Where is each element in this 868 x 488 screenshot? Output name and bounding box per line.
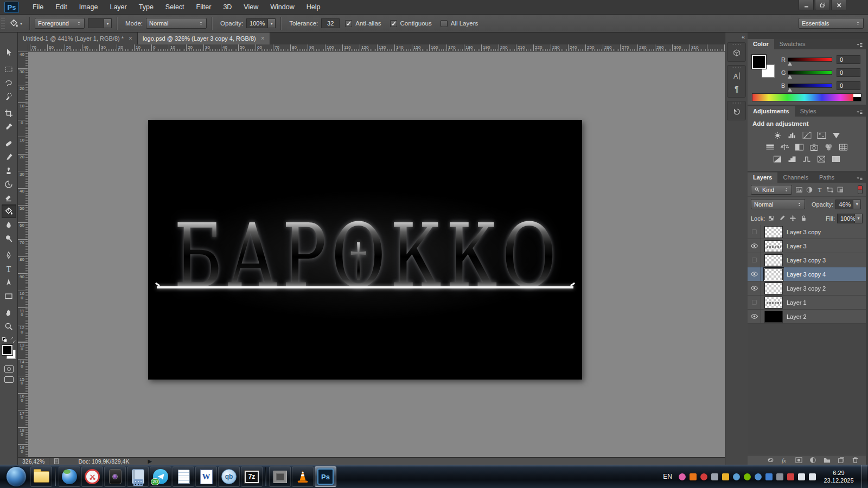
show-desktop-button[interactable] xyxy=(861,465,867,488)
lock-pixels-icon[interactable] xyxy=(778,214,786,222)
layer-thumbnail[interactable] xyxy=(764,254,783,266)
layer-thumbnail[interactable] xyxy=(764,226,783,238)
status-options-arrow[interactable]: ▶ xyxy=(148,458,152,464)
slider-thumb[interactable] xyxy=(788,88,792,92)
layers-fill-value[interactable]: 100% xyxy=(837,214,855,223)
adjustment-invert[interactable] xyxy=(771,155,784,164)
tool-brush[interactable] xyxy=(2,150,16,164)
adjustment-vibrance[interactable] xyxy=(829,131,843,140)
new-group-icon[interactable] xyxy=(823,456,831,464)
tray-app-pink-icon[interactable] xyxy=(679,473,686,480)
slider-thumb[interactable] xyxy=(788,75,792,79)
smart-object-filter-icon[interactable] xyxy=(835,185,845,194)
tool-lasso[interactable] xyxy=(2,76,16,89)
layer-style-fx-icon[interactable]: fx xyxy=(781,456,789,464)
tool-pen[interactable] xyxy=(2,248,16,262)
layer-row[interactable]: Layer 3 copy 4 xyxy=(748,267,866,281)
pixel-layer-filter-icon[interactable] xyxy=(794,185,803,194)
tool-path-selection[interactable] xyxy=(2,275,16,289)
taskbar-screenshot-tool[interactable] xyxy=(81,466,103,487)
taskbar-word[interactable]: W xyxy=(195,466,217,487)
taskbar-qbittorrent[interactable]: qb xyxy=(218,466,240,487)
foreground-color-swatch[interactable] xyxy=(752,55,766,69)
tool-eraser[interactable] xyxy=(2,191,16,204)
swap-colors-icon[interactable] xyxy=(10,337,16,343)
menu-layer[interactable]: Layer xyxy=(104,0,132,15)
history-panel-icon[interactable] xyxy=(728,105,745,118)
menu-select[interactable]: Select xyxy=(159,0,190,15)
layer-row[interactable]: Layer 3 copy 2 xyxy=(748,281,866,296)
new-adjustment-layer-icon[interactable] xyxy=(809,456,817,464)
adjustments-tab-styles[interactable]: Styles xyxy=(795,106,822,117)
channel-slider[interactable] xyxy=(788,84,832,88)
lock-transparency-icon[interactable] xyxy=(767,214,775,222)
adjustment-brightness-contrast[interactable] xyxy=(771,131,784,140)
taskbar-calculator[interactable] xyxy=(127,466,149,487)
tool-clone-stamp[interactable] xyxy=(2,164,16,177)
blend-mode-select[interactable]: Normal xyxy=(751,199,805,209)
fill-pattern-swatch[interactable] xyxy=(88,18,104,28)
tool-quick-selection[interactable] xyxy=(2,89,16,103)
character-panel-icon[interactable]: A xyxy=(728,69,745,82)
menu-edit[interactable]: Edit xyxy=(49,0,73,15)
checkbox-box[interactable] xyxy=(345,20,352,27)
chevron-down-icon[interactable]: ▾ xyxy=(104,18,112,28)
tool-rectangular-marquee[interactable] xyxy=(2,62,16,76)
color-spectrum-ramp[interactable] xyxy=(752,93,861,101)
paragraph-panel-icon[interactable]: ¶ xyxy=(728,82,745,95)
taskbar-telegram[interactable]: 20 xyxy=(150,466,171,487)
layer-row[interactable]: Layer 1 xyxy=(748,296,866,310)
lock-all-icon[interactable] xyxy=(800,214,808,222)
adjustment-threshold[interactable] xyxy=(800,155,813,164)
adjustment-color-lookup[interactable] xyxy=(837,143,850,152)
slider-thumb[interactable] xyxy=(788,62,792,66)
layer-thumbnail[interactable] xyxy=(764,240,783,252)
layer-thumbnail[interactable] xyxy=(764,282,783,294)
menu-filter[interactable]: Filter xyxy=(190,0,218,15)
color-tab-color[interactable]: Color xyxy=(748,39,774,49)
panel-menu-icon[interactable] xyxy=(853,39,866,49)
canvas-document[interactable]: БАРО†ККО xyxy=(148,120,582,380)
menu-view[interactable]: View xyxy=(238,0,264,15)
taskbar-notepad[interactable] xyxy=(173,466,194,487)
adjustment-gradient-map[interactable] xyxy=(815,155,828,164)
taskbar-photoshop[interactable]: Ps xyxy=(315,466,336,487)
tray-app-santa-icon[interactable] xyxy=(700,473,707,480)
panel-menu-icon[interactable] xyxy=(853,106,866,117)
channel-value[interactable]: 0 xyxy=(837,81,860,90)
taskbar-vlc[interactable] xyxy=(292,466,314,487)
channel-value[interactable]: 0 xyxy=(837,55,860,64)
document-size-info[interactable]: Doc: 109,9K/829,4K xyxy=(78,458,129,465)
tool-crop[interactable] xyxy=(2,106,16,120)
adjustment-selective-color[interactable] xyxy=(829,155,843,164)
tool-hand[interactable] xyxy=(2,306,16,319)
opacity-input[interactable]: 100% xyxy=(246,18,268,28)
taskbar-console-app[interactable] xyxy=(269,466,291,487)
channel-slider[interactable] xyxy=(788,57,832,62)
tool-spot-healing-brush[interactable] xyxy=(2,137,16,150)
tray-app-gray-icon[interactable] xyxy=(776,473,783,480)
layer-filter-select[interactable]: Kind xyxy=(751,185,792,195)
layers-tab-channels[interactable]: Channels xyxy=(777,172,813,183)
tool-dodge[interactable] xyxy=(2,232,16,245)
tray-app-amber-icon[interactable] xyxy=(722,473,729,480)
adjustment-exposure[interactable] xyxy=(815,131,828,140)
zoom-level-field[interactable]: 326,42% xyxy=(18,458,49,465)
tolerance-input[interactable]: 32 xyxy=(321,18,340,28)
close-icon[interactable]: × xyxy=(261,36,265,41)
horizontal-ruler[interactable]: 7060504030201001020304050607080901001101… xyxy=(28,44,725,52)
checkbox-anti-alias[interactable]: Anti-alias xyxy=(345,20,381,27)
layers-tab-paths[interactable]: Paths xyxy=(814,172,840,183)
adjustment-layer-filter-icon[interactable] xyxy=(805,185,814,194)
visibility-toggle[interactable] xyxy=(748,225,761,239)
adjustment-hue-saturation[interactable] xyxy=(764,143,777,152)
new-layer-icon[interactable] xyxy=(837,456,845,464)
minimize-button[interactable] xyxy=(799,0,814,10)
menu-3d[interactable]: 3D xyxy=(217,0,238,15)
tray-volume-icon[interactable] xyxy=(798,473,805,480)
filtering-toggle[interactable] xyxy=(858,185,863,194)
tool-horizontal-type[interactable]: T xyxy=(2,262,16,275)
layers-fill-control[interactable]: 100% ▾ xyxy=(837,214,863,223)
layers-tab-layers[interactable]: Layers xyxy=(748,172,777,183)
expand-panels-icon[interactable]: « xyxy=(725,33,748,41)
